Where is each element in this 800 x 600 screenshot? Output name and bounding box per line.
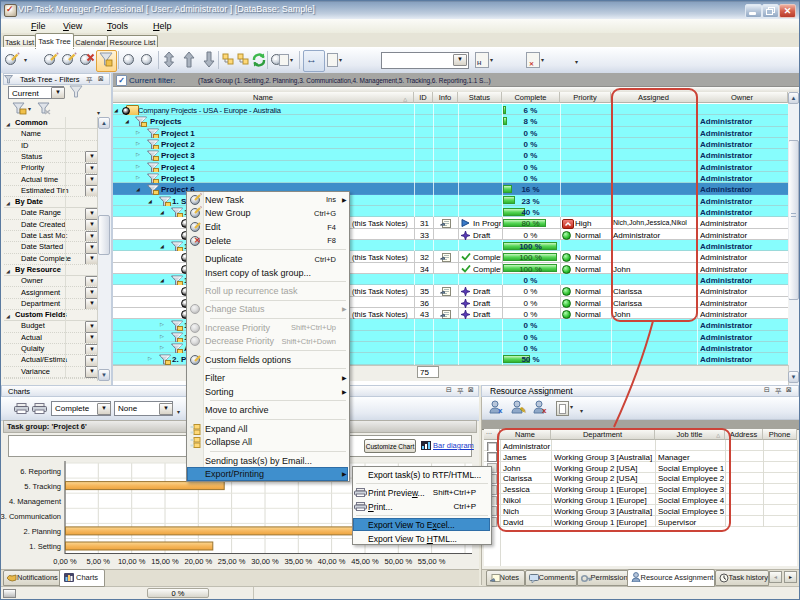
svg-text:3. Communication: 3. Communication xyxy=(1,512,61,521)
svg-text:10,00 %: 10,00 % xyxy=(118,557,146,566)
svg-text:55,00 %: 55,00 % xyxy=(418,557,446,566)
svg-text:✎: ✎ xyxy=(520,406,527,414)
svg-text:x: x xyxy=(498,406,503,414)
svg-text:40,00 %: 40,00 % xyxy=(318,557,346,566)
svg-text:5. Tracking: 5. Tracking xyxy=(24,482,61,491)
svg-text:50,00 %: 50,00 % xyxy=(385,557,413,566)
svg-text:25,00 %: 25,00 % xyxy=(218,557,246,566)
svg-text:x: x xyxy=(542,406,547,414)
svg-text:20,00 %: 20,00 % xyxy=(185,557,213,566)
svg-text:35,00 %: 35,00 % xyxy=(285,557,313,566)
svg-text:4. Management: 4. Management xyxy=(9,497,62,506)
svg-text:1. Setting: 1. Setting xyxy=(29,542,61,551)
svg-text:6. Reporting: 6. Reporting xyxy=(20,467,61,476)
svg-text:0,00 %: 0,00 % xyxy=(53,557,77,566)
svg-text:2. Planning: 2. Planning xyxy=(23,527,61,536)
svg-text:5,00 %: 5,00 % xyxy=(87,557,111,566)
svg-text:30,00 %: 30,00 % xyxy=(251,557,279,566)
svg-text:15,00 %: 15,00 % xyxy=(151,557,179,566)
svg-text:45,00 %: 45,00 % xyxy=(351,557,379,566)
